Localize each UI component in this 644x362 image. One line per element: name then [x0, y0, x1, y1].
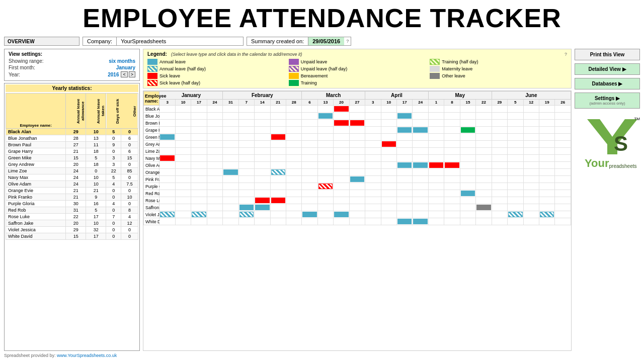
cal-cell[interactable]	[365, 211, 381, 218]
cal-cell[interactable]	[349, 169, 365, 176]
cal-cell[interactable]	[381, 134, 396, 141]
cal-cell[interactable]	[238, 162, 254, 169]
cal-cell[interactable]	[539, 155, 554, 162]
cal-cell[interactable]	[191, 218, 207, 225]
cal-cell[interactable]	[270, 218, 286, 225]
cal-cell[interactable]	[397, 183, 413, 190]
cal-cell[interactable]	[381, 148, 396, 155]
cal-cell[interactable]	[255, 176, 270, 183]
cal-cell[interactable]	[523, 127, 539, 134]
cal-cell[interactable]	[286, 162, 301, 169]
cal-cell[interactable]	[286, 155, 301, 162]
cal-cell[interactable]	[365, 134, 381, 141]
cal-cell[interactable]	[413, 155, 428, 162]
cal-cell[interactable]	[255, 183, 270, 190]
cal-cell[interactable]	[476, 176, 492, 183]
cal-cell[interactable]	[349, 120, 365, 127]
cal-cell[interactable]	[381, 127, 396, 134]
cal-cell[interactable]	[191, 190, 207, 197]
cal-cell[interactable]	[286, 169, 301, 176]
cal-cell[interactable]	[555, 211, 571, 218]
cal-cell[interactable]	[255, 162, 270, 169]
cal-cell[interactable]	[270, 176, 286, 183]
cal-cell[interactable]	[349, 218, 365, 225]
cal-cell[interactable]	[444, 211, 460, 218]
cal-cell[interactable]	[317, 148, 333, 155]
cal-cell[interactable]	[270, 169, 286, 176]
cal-cell[interactable]	[255, 106, 270, 113]
cal-cell[interactable]	[428, 211, 444, 218]
cal-cell[interactable]	[555, 176, 571, 183]
cal-cell[interactable]	[365, 176, 381, 183]
cal-cell[interactable]	[270, 155, 286, 162]
cal-cell[interactable]	[238, 204, 254, 211]
cal-cell[interactable]	[428, 204, 444, 211]
cal-cell[interactable]	[207, 197, 222, 204]
cal-cell[interactable]	[413, 190, 428, 197]
cal-cell[interactable]	[365, 106, 381, 113]
cal-cell[interactable]	[302, 204, 317, 211]
cal-cell[interactable]	[270, 141, 286, 148]
cal-cell[interactable]	[476, 169, 492, 176]
cal-cell[interactable]	[365, 113, 381, 120]
cal-cell[interactable]	[508, 176, 523, 183]
cal-cell[interactable]	[492, 106, 507, 113]
cal-cell[interactable]	[555, 183, 571, 190]
cal-cell[interactable]	[317, 113, 333, 120]
cal-cell[interactable]	[413, 204, 428, 211]
cal-cell[interactable]	[191, 169, 207, 176]
cal-cell[interactable]	[476, 155, 492, 162]
cal-cell[interactable]	[428, 141, 444, 148]
cal-cell[interactable]	[365, 155, 381, 162]
cal-cell[interactable]	[460, 218, 475, 225]
cal-cell[interactable]	[444, 162, 460, 169]
cal-cell[interactable]	[428, 218, 444, 225]
cal-cell[interactable]	[555, 120, 571, 127]
cal-cell[interactable]	[413, 120, 428, 127]
cal-cell[interactable]	[523, 141, 539, 148]
legend-bereavement[interactable]: Bereavement	[289, 73, 426, 79]
cal-cell[interactable]	[334, 169, 349, 176]
cal-cell[interactable]	[444, 197, 460, 204]
cal-cell[interactable]	[349, 197, 365, 204]
cal-cell[interactable]	[381, 155, 396, 162]
cal-cell[interactable]	[175, 148, 191, 155]
cal-cell[interactable]	[523, 113, 539, 120]
cal-cell[interactable]	[444, 169, 460, 176]
cal-cell[interactable]	[539, 197, 554, 204]
cal-cell[interactable]	[492, 176, 507, 183]
cal-cell[interactable]	[428, 148, 444, 155]
cal-cell[interactable]	[397, 141, 413, 148]
cal-cell[interactable]	[444, 190, 460, 197]
cal-cell[interactable]	[476, 134, 492, 141]
cal-cell[interactable]	[255, 113, 270, 120]
detailed-view-btn[interactable]: Detailed View ▶	[575, 63, 640, 75]
cal-cell[interactable]	[555, 155, 571, 162]
cal-cell[interactable]	[159, 204, 175, 211]
cal-cell[interactable]	[349, 211, 365, 218]
cal-cell[interactable]	[238, 134, 254, 141]
cal-cell[interactable]	[302, 162, 317, 169]
cal-cell[interactable]	[207, 148, 222, 155]
cal-cell[interactable]	[238, 141, 254, 148]
cal-cell[interactable]	[286, 183, 301, 190]
cal-cell[interactable]	[397, 218, 413, 225]
cal-cell[interactable]	[460, 211, 475, 218]
cal-cell[interactable]	[191, 120, 207, 127]
cal-cell[interactable]	[397, 113, 413, 120]
cal-cell[interactable]	[255, 141, 270, 148]
cal-cell[interactable]	[476, 190, 492, 197]
cal-cell[interactable]	[444, 183, 460, 190]
cal-cell[interactable]	[317, 106, 333, 113]
cal-cell[interactable]	[159, 169, 175, 176]
cal-cell[interactable]	[175, 127, 191, 134]
cal-cell[interactable]	[381, 211, 396, 218]
cal-cell[interactable]	[191, 162, 207, 169]
cal-cell[interactable]	[365, 127, 381, 134]
cal-cell[interactable]	[555, 169, 571, 176]
legend-training[interactable]: Training	[289, 80, 426, 86]
cal-cell[interactable]	[191, 113, 207, 120]
cal-cell[interactable]	[523, 190, 539, 197]
cal-cell[interactable]	[191, 134, 207, 141]
cal-cell[interactable]	[476, 106, 492, 113]
